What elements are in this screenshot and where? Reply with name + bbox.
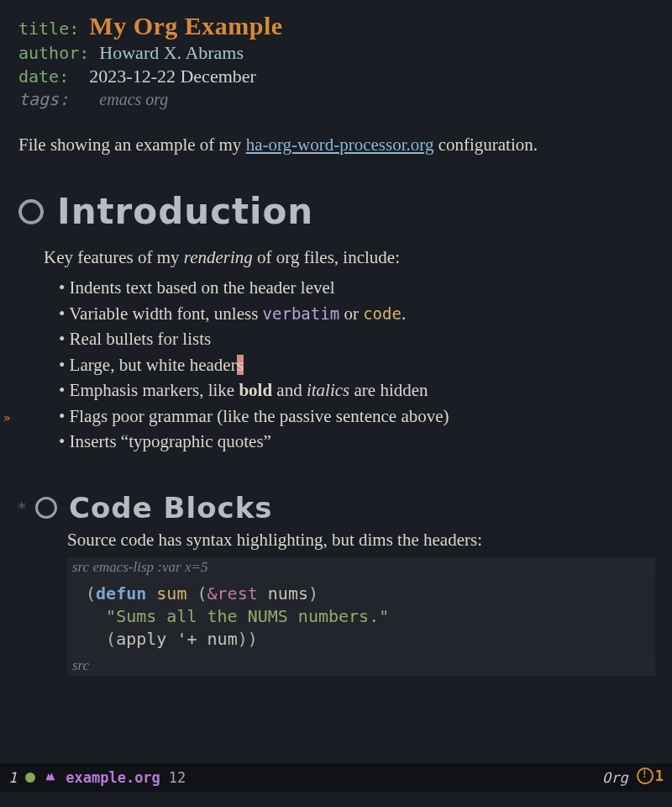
document-author: Howard X. Abrams bbox=[99, 42, 244, 63]
tok-op: + bbox=[186, 629, 197, 649]
modeline-line-number: 12 bbox=[169, 769, 186, 786]
left-gutter: » bbox=[0, 0, 15, 807]
bullet-text: Flags poor grammar (like the passive sen… bbox=[70, 406, 449, 426]
code-text: code bbox=[363, 304, 402, 323]
features-lead-b: of org files, include: bbox=[253, 247, 400, 267]
src-block-footer: src bbox=[67, 656, 655, 676]
document-title: My Org Example bbox=[89, 12, 282, 40]
src-block-body[interactable]: (defun sum (&rest nums) "Sums all the NU… bbox=[67, 578, 655, 656]
meta-date-key: date bbox=[18, 66, 59, 87]
list-item: Inserts “typographic quotes” bbox=[59, 429, 655, 454]
intro-text-after: configuration. bbox=[433, 134, 538, 155]
tok-quote: ' bbox=[176, 629, 186, 649]
src-lang-args: emacs-lisp :var x=5 bbox=[92, 559, 207, 575]
modeline-filename[interactable]: example.org bbox=[66, 769, 160, 786]
bullet-text: Inserts “typographic quotes” bbox=[70, 431, 271, 451]
bullet-text: or bbox=[339, 303, 363, 324]
list-item: Emphasis markers, like bold and italics … bbox=[59, 377, 655, 403]
minibuffer[interactable] bbox=[0, 792, 672, 807]
meta-title-line: title: My Org Example bbox=[18, 12, 655, 40]
code-line: (apply '+ num)) bbox=[86, 628, 647, 651]
tok-amp: &rest bbox=[207, 583, 258, 604]
modeline[interactable]: 1 example.org 12 Org !11 bbox=[0, 763, 672, 792]
list-item: Indents text based on the header level bbox=[59, 275, 655, 300]
document-date: 2023-12-22 December bbox=[89, 66, 256, 87]
bullet-text: Real bullets for lists bbox=[70, 329, 212, 349]
meta-title-key: title bbox=[18, 18, 69, 39]
bullet-text: . bbox=[402, 303, 406, 324]
bullet-text: are hidden bbox=[349, 380, 428, 400]
buffer-content[interactable]: title: My Org Example author: Howard X. … bbox=[0, 0, 672, 676]
bold-text: bold bbox=[239, 380, 272, 400]
bullet-text: and bbox=[272, 380, 307, 400]
list-item: Flags poor grammar (like the passive sen… bbox=[59, 404, 655, 429]
modeline-flycheck[interactable]: !11 bbox=[637, 767, 664, 788]
modeline-window-number: 1 bbox=[8, 769, 17, 786]
code-line: "Sums all the NUMS numbers." bbox=[86, 605, 647, 628]
heading-star-icon: * bbox=[17, 498, 27, 518]
meta-tags-key: tags: bbox=[18, 89, 69, 109]
modeline-major-mode[interactable]: Org bbox=[602, 769, 628, 786]
section-code-blocks: Source code has syntax highlighting, but… bbox=[67, 530, 655, 676]
src-keyword: src bbox=[72, 559, 92, 575]
config-link[interactable]: ha-org-word-processor.org bbox=[246, 134, 434, 155]
heading-2-text: Code Blocks bbox=[69, 491, 272, 525]
warning-icon: !1 bbox=[637, 771, 664, 788]
bullet-text: Variable width font, unless bbox=[69, 303, 262, 324]
features-lead-em: rendering bbox=[184, 247, 253, 267]
src-lead-text: Source code has syntax highlighting, but… bbox=[67, 530, 655, 551]
bullet-text: Indents text based on the header level bbox=[70, 277, 335, 298]
modeline-project-icon bbox=[44, 769, 57, 786]
list-item: Large, but white headers bbox=[59, 352, 655, 377]
src-block-header: src emacs-lisp :var x=5 bbox=[67, 557, 655, 578]
heading-bullet-icon bbox=[35, 497, 57, 519]
modeline-right: Org !11 bbox=[602, 767, 664, 788]
tok-string: "Sums all the NUMS numbers." bbox=[106, 606, 389, 626]
meta-author-key: author bbox=[18, 43, 79, 63]
document-tags: emacs org bbox=[99, 90, 168, 108]
fringe-indicator-icon: » bbox=[3, 411, 10, 425]
editor-frame: » title: My Org Example author: Howard X… bbox=[0, 0, 672, 807]
meta-author-line: author: Howard X. Abrams bbox=[18, 42, 655, 64]
tok-var: nums bbox=[268, 583, 308, 604]
heading-1-text: Introduction bbox=[57, 191, 313, 232]
tok-var: apply bbox=[116, 629, 166, 649]
tok-keyword: defun bbox=[96, 583, 146, 604]
intro-paragraph: File showing an example of my ha-org-wor… bbox=[18, 133, 655, 157]
text-cursor: s bbox=[237, 355, 244, 375]
italic-text: italics bbox=[307, 380, 349, 400]
verbatim-text: verbatim bbox=[263, 304, 340, 323]
meta-tags-line: tags: emacs org bbox=[18, 89, 655, 109]
tok-var: num bbox=[207, 629, 238, 649]
section-introduction: Key features of my rendering of org file… bbox=[44, 247, 655, 454]
list-item: Real bullets for lists bbox=[59, 326, 655, 351]
heading-bullet-icon bbox=[18, 199, 44, 224]
heading-2-row: * Code Blocks bbox=[17, 491, 655, 525]
heading-1-row: Introduction bbox=[18, 191, 655, 232]
modeline-modified-icon bbox=[25, 773, 35, 783]
features-list: Indents text based on the header level V… bbox=[59, 275, 655, 454]
features-lead-a: Key features of my bbox=[44, 247, 184, 267]
code-line: (defun sum (&rest nums) bbox=[86, 583, 647, 605]
tok-fname: sum bbox=[156, 583, 186, 604]
features-lead: Key features of my rendering of org file… bbox=[44, 247, 655, 268]
meta-date-line: date: 2023-12-22 December bbox=[18, 66, 655, 87]
list-item: Variable width font, unless verbatim or … bbox=[59, 301, 655, 326]
bullet-text: Large, but white header bbox=[70, 355, 237, 375]
intro-text-before: File showing an example of my bbox=[18, 134, 246, 155]
bullet-text: Emphasis markers, like bbox=[70, 380, 239, 400]
